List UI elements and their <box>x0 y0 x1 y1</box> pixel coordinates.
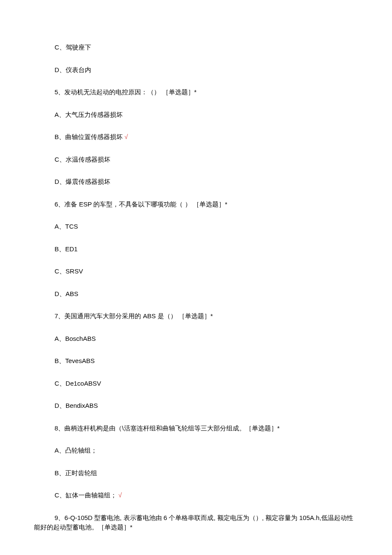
option-d-1: D、仪表台内 <box>34 65 358 75</box>
option-c-6: C、SRSV <box>34 267 358 276</box>
option-d-6: D、ABS <box>34 289 358 299</box>
text: C、驾驶座下 <box>55 44 91 51</box>
text: D、ABS <box>55 290 78 297</box>
check-icon: √ <box>124 133 128 140</box>
text: 7、美国通用汽车大部分采用的 ABS 是（） ［单选题］* <box>55 312 213 320</box>
question-7: 7、美国通用汽车大部分采用的 ABS 是（） ［单选题］* <box>34 311 358 321</box>
text: A、大气压力传感器损坏 <box>55 111 123 118</box>
text: 6、准备 ESP 的车型，不具备以下哪项功能（ ） ［单选题］* <box>55 200 228 208</box>
option-a-7: A、BoschABS <box>34 334 358 344</box>
text: D、BendixABS <box>55 402 98 409</box>
option-c-8: C、缸体一曲轴箱组；√ <box>34 491 358 500</box>
text: C、缸体一曲轴箱组； <box>55 491 117 499</box>
option-c-5: C、水温传感器损坏 <box>34 155 358 165</box>
text: C、De1coABSV <box>55 380 101 387</box>
option-c-1: C、驾驶座下 <box>34 43 358 52</box>
text: B、TevesABS <box>55 357 95 364</box>
text: D、爆震传感器损坏 <box>55 178 110 185</box>
check-icon: √ <box>118 491 122 499</box>
text: C、SRSV <box>55 267 83 275</box>
option-d-7: D、BendixABS <box>34 401 358 411</box>
question-8: 8、曲柄连杆机构是由（\活塞连杆组和曲轴飞轮组等三大部分组成。［单选题］* <box>34 424 358 433</box>
text: A、BoschABS <box>55 335 96 342</box>
document-page: C、驾驶座下 D、仪表台内 5、发动机无法起动的电控原因：（） ［单选题］* A… <box>0 0 392 555</box>
text: 5、发动机无法起动的电控原因：（） ［单选题］* <box>55 88 196 96</box>
option-b-8: B、正时齿轮组 <box>34 468 358 478</box>
question-6: 6、准备 ESP 的车型，不具备以下哪项功能（ ） ［单选题］* <box>34 200 358 209</box>
text: B、曲轴位置传感器损坏 <box>55 133 123 140</box>
option-a-6: A、TCS <box>34 222 358 232</box>
text: 8、曲柄连杆机构是由（\活塞连杆组和曲轴飞轮组等三大部分组成。［单选题］* <box>55 424 280 432</box>
option-c-7: C、De1coABSV <box>34 379 358 389</box>
text: A、TCS <box>55 223 78 230</box>
option-a-8: A、凸轮轴组； <box>34 446 358 456</box>
text: A、凸轮轴组； <box>55 447 97 454</box>
text: 9、6-Q-105D 型蓄电池, 表示蓄电池由 6 个单格串联而成, 额定电压为… <box>34 514 353 531</box>
question-9: 9、6-Q-105D 型蓄电池, 表示蓄电池由 6 个单格串联而成, 额定电压为… <box>34 513 358 532</box>
option-b-6: B、ED1 <box>34 244 358 254</box>
text: D、仪表台内 <box>55 66 91 73</box>
option-b-5: B、曲轴位置传感器损坏√ <box>34 132 358 142</box>
text: B、ED1 <box>55 245 78 253</box>
text: C、水温传感器损坏 <box>55 156 110 163</box>
option-d-5: D、爆震传感器损坏 <box>34 177 358 187</box>
option-a-5: A、大气压力传感器损坏 <box>34 110 358 120</box>
text: B、正时齿轮组 <box>55 469 97 477</box>
question-5: 5、发动机无法起动的电控原因：（） ［单选题］* <box>34 87 358 97</box>
option-b-7: B、TevesABS <box>34 356 358 366</box>
